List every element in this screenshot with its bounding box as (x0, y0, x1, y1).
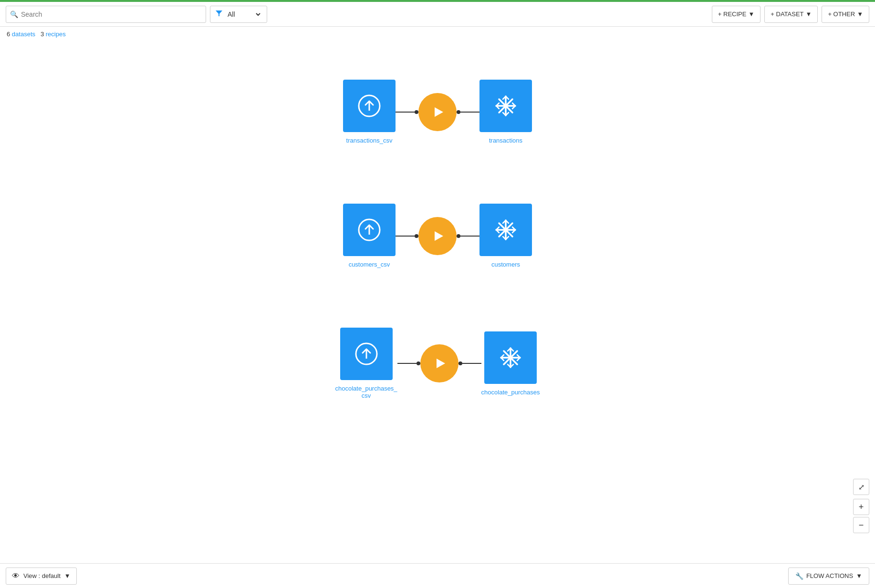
line-left-3 (397, 363, 417, 364)
datasets-label: datasets (12, 31, 35, 38)
wrench-icon: 🔧 (795, 572, 803, 580)
chocolate-label: chocolate_purchases (481, 389, 540, 396)
customers-csv-label: customers_csv (349, 261, 390, 268)
dot-right-1 (457, 110, 460, 114)
dataset-button-label: + DATASET (771, 10, 803, 18)
flow-row-2: customers_csv (0, 204, 875, 268)
other-dropdown-icon: ▼ (857, 10, 863, 18)
dataset-box-transactions-csv (343, 80, 396, 132)
view-dropdown-icon: ▼ (64, 572, 71, 579)
recipe-circle-1 (418, 93, 457, 131)
view-select-button[interactable]: 👁 View : default ▼ (6, 567, 77, 585)
connector-3b (458, 361, 481, 365)
dataset-node-customers-csv[interactable]: customers_csv (343, 204, 396, 268)
recipe-node-1[interactable] (418, 93, 457, 131)
line-right-3 (462, 363, 481, 364)
recipes-count: 3 (41, 31, 44, 38)
zoom-in-icon: + (859, 502, 864, 512)
search-input[interactable] (21, 10, 202, 18)
view-label: View : default (23, 572, 61, 579)
flow-actions-button[interactable]: 🔧 FLOW ACTIONS ▼ (788, 567, 869, 585)
dataset-node-chocolate[interactable]: chocolate_purchases (481, 331, 540, 396)
toolbar-right: + RECIPE ▼ + DATASET ▼ + OTHER ▼ (712, 6, 869, 23)
dataset-box-chocolate (484, 331, 537, 384)
connector-1b (457, 110, 479, 114)
zoom-controls: + − (853, 499, 869, 533)
other-button[interactable]: + OTHER ▼ (822, 6, 869, 23)
svg-point-9 (504, 104, 508, 108)
dataset-box-customers (479, 204, 532, 256)
eye-icon: 👁 (12, 572, 20, 580)
filter-button[interactable]: All Datasets Recipes (210, 6, 267, 23)
stats-bar: 6 datasets 3 recipes (0, 27, 875, 41)
svg-marker-0 (216, 10, 222, 16)
line-left-1 (396, 112, 415, 113)
flow-actions-label: FLOW ACTIONS (806, 572, 853, 579)
dataset-node-customers[interactable]: customers (479, 204, 532, 268)
dataset-node-chocolate-csv[interactable]: chocolate_purchases_ csv (335, 328, 397, 399)
toolbar: 🔍 All Datasets Recipes + RECIPE ▼ + DATA… (0, 2, 875, 27)
filter-icon (215, 10, 223, 19)
recipe-dropdown-icon: ▼ (748, 10, 754, 18)
recipes-label: recipes (46, 31, 66, 38)
recipe-node-2[interactable] (418, 217, 457, 255)
dataset-box-customers-csv (343, 204, 396, 256)
dot-right-3 (458, 361, 462, 365)
svg-point-26 (504, 228, 508, 232)
dot-left-3 (417, 361, 420, 365)
bottom-bar: 👁 View : default ▼ 🔧 FLOW ACTIONS ▼ (0, 563, 875, 588)
transactions-csv-label: transactions_csv (346, 137, 393, 144)
svg-point-43 (509, 356, 512, 360)
dataset-node-transactions[interactable]: transactions (479, 80, 532, 144)
dataset-dropdown-icon: ▼ (806, 10, 812, 18)
recipe-button[interactable]: + RECIPE ▼ (712, 6, 760, 23)
dot-right-2 (457, 234, 460, 238)
zoom-in-button[interactable]: + (853, 499, 869, 515)
dot-left-1 (415, 110, 418, 114)
connector-2 (396, 234, 418, 238)
connector-3 (397, 361, 420, 365)
dataset-box-transactions (479, 80, 532, 132)
filter-select[interactable]: All Datasets Recipes (226, 10, 262, 19)
recipe-node-3[interactable] (420, 344, 458, 382)
datasets-count: 6 (7, 31, 10, 38)
recipe-circle-2 (418, 217, 457, 255)
recipes-link[interactable]: recipes (46, 31, 66, 38)
datasets-link[interactable]: datasets (12, 31, 37, 38)
dataset-box-chocolate-csv (340, 328, 393, 380)
recipe-button-label: + RECIPE (718, 10, 747, 18)
search-icon: 🔍 (10, 10, 18, 18)
dataset-button[interactable]: + DATASET ▼ (764, 6, 818, 23)
dot-left-2 (415, 234, 418, 238)
zoom-out-button[interactable]: − (853, 517, 869, 533)
dataset-node-transactions-csv[interactable]: transactions_csv (343, 80, 396, 144)
customers-label: customers (491, 261, 520, 268)
recipe-circle-3 (420, 344, 458, 382)
line-right-1 (460, 112, 479, 113)
flow-actions-dropdown-icon: ▼ (856, 572, 862, 579)
transactions-label: transactions (489, 137, 522, 144)
flow-row-1: transactions_csv (0, 80, 875, 144)
other-button-label: + OTHER (828, 10, 855, 18)
flow-canvas: transactions_csv (0, 41, 875, 564)
line-right-2 (460, 236, 479, 237)
connector-1 (396, 110, 418, 114)
expand-icon: ⤢ (858, 483, 865, 492)
flow-row-3: chocolate_purchases_ csv (0, 328, 875, 399)
chocolate-csv-label: chocolate_purchases_ csv (335, 385, 397, 399)
connector-2b (457, 234, 479, 238)
line-left-2 (396, 236, 415, 237)
search-box: 🔍 (6, 6, 206, 23)
expand-button[interactable]: ⤢ (853, 479, 869, 495)
zoom-out-icon: − (859, 520, 864, 530)
toolbar-left: 🔍 All Datasets Recipes (6, 6, 267, 23)
